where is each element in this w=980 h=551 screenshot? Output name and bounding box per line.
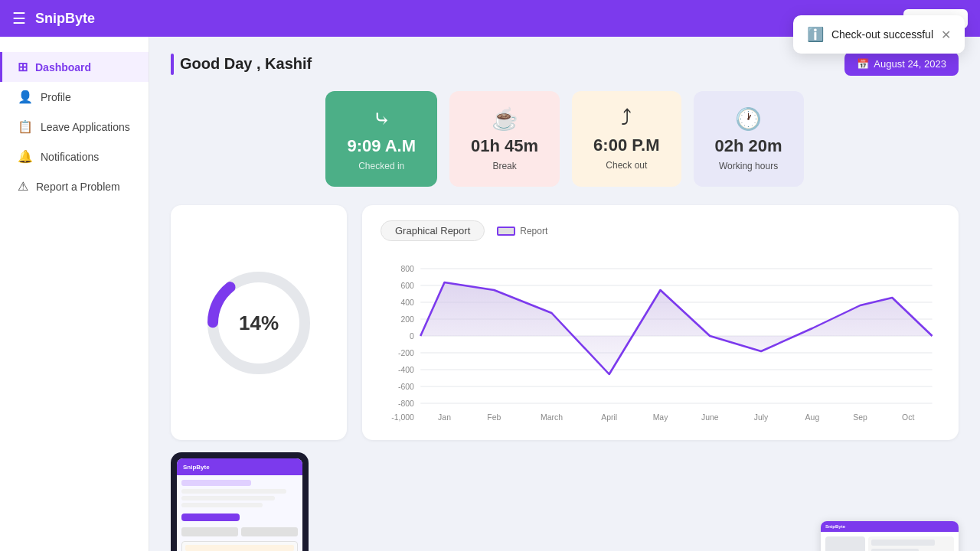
sidebar-item-label: Leave Applications: [41, 121, 130, 133]
checkin-icon: ⤷: [373, 106, 390, 132]
stat-cards: ⤷ 9:09 A.M Checked in ☕ 01h 45m Break ⤴ …: [171, 91, 959, 187]
sidebar-item-notifications[interactable]: 🔔 Notifications: [0, 142, 149, 171]
break-label: Break: [492, 161, 516, 171]
clock-icon: 🕐: [735, 106, 762, 132]
main-content: Good Day , Kashif 📅 August 24, 2023 ⤷ 9:…: [149, 37, 980, 551]
checkout-value: 6:00 P.M: [593, 135, 659, 155]
svg-text:200: 200: [400, 315, 414, 324]
checkin-label: Checked in: [358, 161, 404, 171]
sidebar-item-label: Notifications: [41, 151, 99, 163]
greeting-row: Good Day , Kashif 📅 August 24, 2023: [171, 52, 959, 76]
svg-text:March: March: [541, 413, 563, 422]
sidebar-item-report-problem[interactable]: ⚠ Report a Problem: [0, 171, 149, 201]
sidebar-item-label: Dashboard: [35, 61, 91, 73]
tablet-inner: SnipByte: [177, 458, 302, 551]
bottom-section: 14% Graphical Report Report: [171, 205, 959, 440]
leave-icon: 📋: [18, 119, 33, 134]
svg-text:June: June: [701, 413, 719, 422]
svg-text:Aug: Aug: [805, 413, 820, 422]
checkin-value: 9:09 A.M: [347, 136, 416, 156]
sidebar-item-dashboard[interactable]: ⊞ Dashboard: [0, 52, 149, 82]
stat-card-working-hours: 🕐 02h 20m Working hours: [694, 91, 804, 187]
working-hours-label: Working hours: [719, 161, 778, 171]
screenshot-inner: SnipByte: [821, 521, 959, 551]
graph-legend: Report: [497, 226, 547, 236]
greeting: Good Day , Kashif: [171, 54, 312, 75]
sidebar-item-leave-applications[interactable]: 📋 Leave Applications: [0, 112, 149, 142]
svg-text:-200: -200: [398, 349, 414, 357]
svg-text:-800: -800: [398, 399, 414, 408]
graph-title-row: Graphical Report Report: [381, 220, 940, 241]
greeting-bar: [171, 54, 174, 75]
svg-text:-400: -400: [398, 366, 414, 374]
topnav-left: ☰ SnipByte: [12, 9, 95, 28]
svg-text:800: 800: [400, 265, 414, 273]
svg-text:600: 600: [400, 282, 414, 290]
working-hours-value: 02h 20m: [715, 136, 782, 156]
date-button[interactable]: 📅 August 24, 2023: [844, 52, 959, 76]
tablet-topbar: SnipByte: [177, 458, 302, 475]
screenshot-topbar: SnipByte: [821, 521, 959, 532]
date-label: August 24, 2023: [874, 58, 946, 70]
notification-popup: ℹ️ Check-out successful ✕: [793, 15, 965, 54]
dashboard-icon: ⊞: [18, 60, 28, 74]
legend-box: [497, 227, 515, 236]
svg-text:Jan: Jan: [438, 413, 451, 422]
svg-text:400: 400: [400, 298, 414, 307]
svg-text:Feb: Feb: [487, 413, 501, 422]
legend-label: Report: [520, 226, 547, 236]
svg-marker-31: [420, 282, 932, 374]
break-value: 01h 45m: [471, 136, 538, 156]
line-chart: 800 600 400 200 0 -200 -400 -600 -800 -1…: [381, 253, 940, 422]
tablet-app-title: SnipByte: [183, 464, 210, 471]
donut-percentage: 14%: [239, 311, 279, 334]
checkout-label: Check out: [606, 160, 647, 171]
stat-card-checkin: ⤷ 9:09 A.M Checked in: [325, 91, 437, 187]
notification-text: Check-out successful: [831, 28, 933, 41]
sidebar-item-profile[interactable]: 👤 Profile: [0, 82, 149, 112]
graphical-report-button[interactable]: Graphical Report: [381, 220, 485, 241]
svg-text:-1,000: -1,000: [391, 413, 414, 422]
graph-card: Graphical Report Report: [362, 205, 959, 440]
sidebar: ⊞ Dashboard 👤 Profile 📋 Leave Applicatio…: [0, 37, 149, 551]
break-icon: ☕: [492, 106, 518, 132]
sidebar-item-label: Report a Problem: [36, 181, 120, 193]
svg-text:July: July: [754, 413, 769, 422]
hamburger-menu-icon[interactable]: ☰: [12, 9, 26, 28]
donut-card: 14%: [171, 205, 347, 440]
screenshot-title: SnipByte: [825, 524, 845, 529]
svg-text:0: 0: [410, 332, 414, 341]
tablet-preview: SnipByte: [171, 452, 309, 551]
stat-card-checkout: ⤴ 6:00 P.M Check out: [572, 91, 681, 187]
greeting-text: Good Day , Kashif: [180, 55, 312, 73]
profile-icon: 👤: [18, 90, 33, 104]
report-icon: ⚠: [18, 179, 28, 194]
svg-text:-600: -600: [398, 383, 414, 391]
notifications-icon: 🔔: [18, 149, 33, 164]
calendar-icon: 📅: [857, 58, 869, 70]
main-layout: ⊞ Dashboard 👤 Profile 📋 Leave Applicatio…: [0, 37, 980, 551]
app-title: SnipByte: [35, 11, 95, 27]
svg-text:Sep: Sep: [853, 413, 867, 422]
app-screenshot-right: SnipByte: [821, 521, 959, 551]
screenshot-body: [821, 532, 959, 551]
stat-card-break: ☕ 01h 45m Break: [449, 91, 560, 187]
tablet-content: [177, 475, 302, 551]
deco-section: SnipByte: [171, 452, 959, 551]
svg-text:May: May: [653, 413, 669, 422]
svg-text:April: April: [601, 413, 617, 422]
info-icon: ℹ️: [807, 26, 824, 43]
sidebar-item-label: Profile: [41, 91, 71, 103]
svg-text:Oct: Oct: [902, 413, 914, 422]
checkout-icon: ⤴: [621, 106, 632, 131]
donut-chart: 14%: [198, 262, 320, 384]
close-icon[interactable]: ✕: [941, 28, 951, 42]
